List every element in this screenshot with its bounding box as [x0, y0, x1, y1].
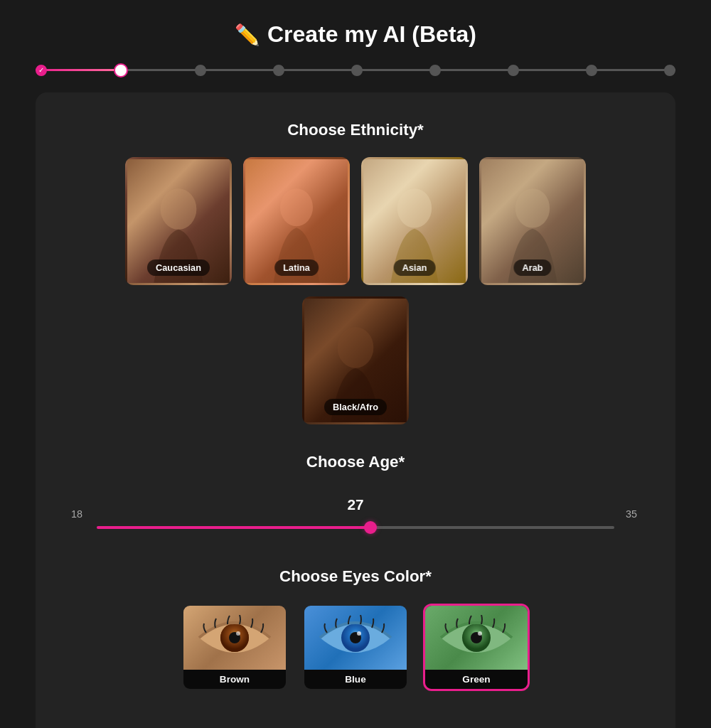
- eye-brown-label: Brown: [183, 670, 286, 689]
- page-title: ✏️ Create my AI (Beta): [235, 21, 476, 48]
- progress-dot-8: [586, 65, 597, 76]
- eye-blue[interactable]: Blue: [302, 604, 409, 691]
- svg-point-11: [357, 631, 361, 636]
- eye-blue-label: Blue: [304, 670, 407, 689]
- age-slider[interactable]: [97, 526, 614, 529]
- eyes-title: Choose Eyes Color*: [71, 567, 640, 586]
- ethnicity-grid: Caucasian Latina Asian: [71, 157, 640, 424]
- age-value: 27: [97, 496, 614, 513]
- ethnicity-caucasian[interactable]: Caucasian: [125, 157, 232, 285]
- ethnicity-latina[interactable]: Latina: [243, 157, 350, 285]
- eye-brown-image: [183, 606, 286, 670]
- eyes-section: Choose Eyes Color*: [71, 567, 640, 691]
- progress-dot-9: [664, 65, 675, 76]
- svg-point-2: [397, 188, 432, 228]
- eye-brown[interactable]: Brown: [181, 604, 288, 691]
- progress-dot-6: [429, 65, 441, 76]
- progress-dot-4: [273, 65, 284, 76]
- main-card: Choose Ethnicity* Caucasian Latina: [36, 92, 675, 728]
- ethnicity-arab[interactable]: Arab: [479, 157, 586, 285]
- progress-dot-7: [508, 65, 519, 76]
- progress-bar: ✓: [36, 69, 675, 71]
- age-slider-wrapper: 27: [97, 496, 614, 532]
- progress-dot-3: [195, 65, 206, 76]
- progress-track: ✓: [36, 69, 675, 71]
- svg-point-0: [161, 188, 197, 230]
- age-slider-container: 18 27 35: [71, 489, 640, 539]
- age-min-label: 18: [71, 508, 85, 520]
- ethnicity-asian[interactable]: Asian: [361, 157, 468, 285]
- ethnicity-asian-label: Asian: [394, 259, 436, 276]
- ethnicity-black[interactable]: Black/Afro: [302, 296, 409, 424]
- age-max-label: 35: [626, 508, 640, 520]
- progress-dots: ✓: [36, 63, 675, 77]
- age-title: Choose Age*: [71, 453, 640, 471]
- progress-dot-1: ✓: [36, 65, 47, 76]
- eyes-grid: Brown: [71, 604, 640, 691]
- ethnicity-arab-label: Arab: [513, 259, 551, 276]
- ethnicity-black-label: Black/Afro: [324, 399, 387, 415]
- eye-green[interactable]: Green: [423, 604, 530, 691]
- title-icon: ✏️: [235, 23, 260, 47]
- svg-point-8: [236, 631, 240, 636]
- title-text: Create my AI (Beta): [267, 21, 476, 48]
- ethnicity-title: Choose Ethnicity*: [71, 121, 640, 139]
- svg-point-1: [280, 188, 313, 226]
- eye-green-image: [425, 606, 528, 670]
- age-section: Choose Age* 18 27 35: [71, 453, 640, 539]
- svg-point-4: [338, 327, 374, 368]
- ethnicity-section: Choose Ethnicity* Caucasian Latina: [71, 121, 640, 424]
- progress-dot-2: [114, 63, 128, 77]
- eye-blue-image: [304, 606, 407, 670]
- eye-green-label: Green: [425, 670, 528, 689]
- svg-point-14: [478, 631, 482, 636]
- progress-dot-5: [351, 65, 363, 76]
- ethnicity-caucasian-label: Caucasian: [147, 259, 210, 276]
- ethnicity-latina-label: Latina: [274, 259, 319, 276]
- svg-point-3: [515, 188, 550, 228]
